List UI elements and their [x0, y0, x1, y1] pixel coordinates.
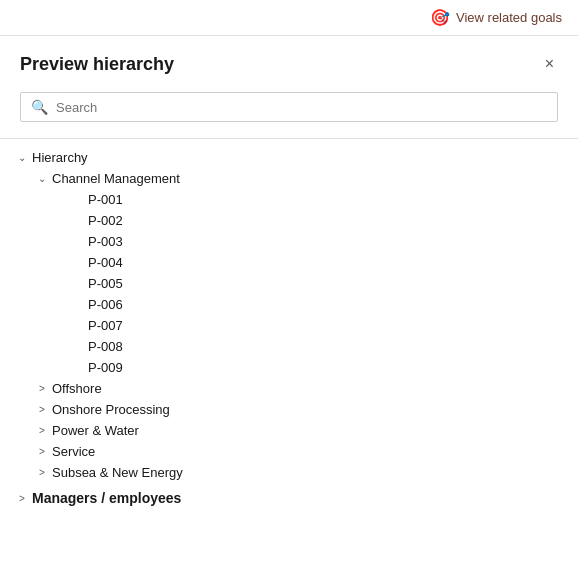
p001-label: P-001 — [88, 192, 123, 207]
panel-title: Preview hierarchy — [20, 54, 174, 75]
goal-icon: 🎯 — [430, 8, 450, 27]
tree-section: ⌄ Hierarchy ⌄ Channel Management P-001 P… — [0, 139, 578, 517]
tree-item-p003[interactable]: P-003 — [16, 231, 562, 252]
p003-label: P-003 — [88, 234, 123, 249]
tree-item-onshore[interactable]: > Onshore Processing — [16, 399, 562, 420]
p007-label: P-007 — [88, 318, 123, 333]
tree-root: ⌄ Hierarchy ⌄ Channel Management P-001 P… — [0, 147, 578, 509]
service-label: Service — [52, 444, 95, 459]
subsea-label: Subsea & New Energy — [52, 465, 183, 480]
p004-label: P-004 — [88, 255, 123, 270]
tree-item-p009[interactable]: P-009 — [16, 357, 562, 378]
onshore-label: Onshore Processing — [52, 402, 170, 417]
hierarchy-label: Hierarchy — [32, 150, 88, 165]
tree-item-p008[interactable]: P-008 — [16, 336, 562, 357]
view-related-goals-label: View related goals — [456, 10, 562, 25]
tree-item-power-water[interactable]: > Power & Water — [16, 420, 562, 441]
chevron-channel-management: ⌄ — [36, 173, 48, 184]
tree-item-p004[interactable]: P-004 — [16, 252, 562, 273]
chevron-service: > — [36, 446, 48, 457]
tree-item-hierarchy[interactable]: ⌄ Hierarchy — [16, 147, 562, 168]
chevron-subsea: > — [36, 467, 48, 478]
p005-label: P-005 — [88, 276, 123, 291]
chevron-power-water: > — [36, 425, 48, 436]
tree-item-subsea[interactable]: > Subsea & New Energy — [16, 462, 562, 483]
preview-hierarchy-panel: Preview hierarchy × 🔍 — [0, 36, 578, 139]
tree-item-p006[interactable]: P-006 — [16, 294, 562, 315]
close-button[interactable]: × — [541, 52, 558, 76]
search-icon: 🔍 — [31, 99, 48, 115]
power-water-label: Power & Water — [52, 423, 139, 438]
chevron-hierarchy: ⌄ — [16, 152, 28, 163]
p002-label: P-002 — [88, 213, 123, 228]
tree-item-p002[interactable]: P-002 — [16, 210, 562, 231]
chevron-offshore: > — [36, 383, 48, 394]
p006-label: P-006 — [88, 297, 123, 312]
top-bar: 🎯 View related goals — [0, 0, 578, 36]
p009-label: P-009 — [88, 360, 123, 375]
chevron-onshore: > — [36, 404, 48, 415]
channel-management-label: Channel Management — [52, 171, 180, 186]
managers-label: Managers / employees — [32, 490, 181, 506]
tree-item-offshore[interactable]: > Offshore — [16, 378, 562, 399]
panel-header: Preview hierarchy × — [20, 52, 558, 76]
tree-item-p005[interactable]: P-005 — [16, 273, 562, 294]
tree-item-channel-management[interactable]: ⌄ Channel Management — [16, 168, 562, 189]
search-input[interactable] — [56, 100, 547, 115]
tree-item-p001[interactable]: P-001 — [16, 189, 562, 210]
search-box[interactable]: 🔍 — [20, 92, 558, 122]
tree-item-managers[interactable]: > Managers / employees — [16, 487, 562, 509]
offshore-label: Offshore — [52, 381, 102, 396]
chevron-managers: > — [16, 493, 28, 504]
tree-item-service[interactable]: > Service — [16, 441, 562, 462]
p008-label: P-008 — [88, 339, 123, 354]
view-related-goals-link[interactable]: 🎯 View related goals — [430, 8, 562, 27]
tree-item-p007[interactable]: P-007 — [16, 315, 562, 336]
